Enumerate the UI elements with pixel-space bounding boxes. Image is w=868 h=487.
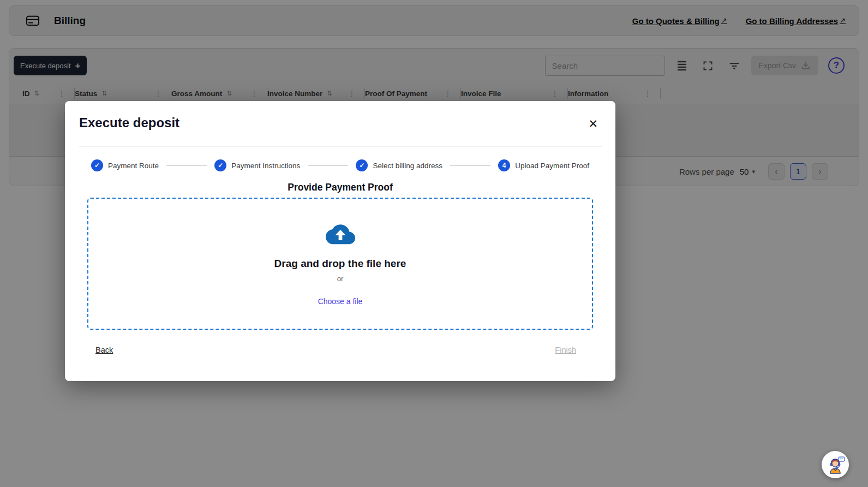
modal-divider: [79, 146, 602, 146]
step-connector: [308, 165, 348, 166]
step-connector: [450, 165, 490, 166]
file-dropzone[interactable]: Drag and drop the file here or Choose a …: [87, 198, 593, 330]
step-upload-payment-proof: 4 Upload Payment Proof: [498, 159, 589, 171]
close-icon[interactable]: ✕: [588, 117, 598, 130]
finish-button[interactable]: Finish: [555, 346, 576, 354]
support-chat-button[interactable]: [822, 451, 849, 478]
dropzone-separator: or: [88, 275, 592, 283]
check-icon: ✓: [91, 159, 103, 171]
cloud-upload-icon: [326, 222, 355, 245]
provide-payment-proof-heading: Provide Payment Proof: [65, 182, 615, 193]
support-agent-icon: [824, 454, 846, 476]
step-payment-instructions: ✓ Payment Instructions: [214, 159, 300, 171]
step-connector: [166, 165, 207, 166]
choose-file-link[interactable]: Choose a file: [88, 297, 592, 306]
execute-deposit-modal: Execute deposit ✕ ✓ Payment Route ✓ Paym…: [65, 101, 615, 381]
back-button[interactable]: Back: [95, 346, 113, 354]
stepper: ✓ Payment Route ✓ Payment Instructions ✓…: [91, 158, 589, 173]
step-number-badge: 4: [498, 159, 510, 171]
check-icon: ✓: [356, 159, 368, 171]
check-icon: ✓: [214, 159, 226, 171]
step-payment-route: ✓ Payment Route: [91, 159, 159, 171]
step-select-billing-address: ✓ Select billing address: [356, 159, 442, 171]
dropzone-title: Drag and drop the file here: [88, 258, 592, 270]
modal-title: Execute deposit: [79, 115, 179, 130]
